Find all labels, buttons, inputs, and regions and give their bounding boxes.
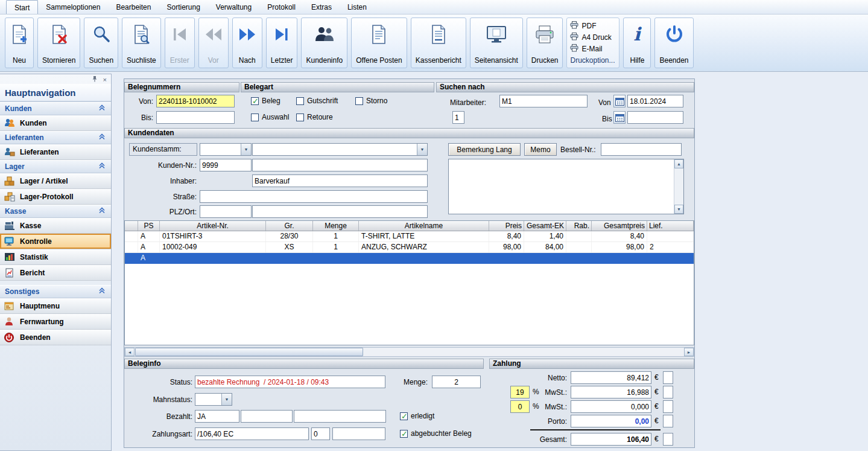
plz-input[interactable]	[200, 205, 252, 218]
sidebar-group-kasse[interactable]: Kasse	[0, 205, 111, 218]
table-empty-area[interactable]	[125, 264, 694, 345]
sidebar-item-lager-protokoll[interactable]: Lager-Protokoll	[0, 189, 111, 205]
mwst2-extra-box[interactable]	[663, 400, 673, 413]
memo-button[interactable]: Memo	[524, 143, 557, 156]
pin-icon[interactable]	[92, 75, 98, 83]
toolbar-button-pdf[interactable]: PDF	[570, 21, 616, 31]
toolbar-button-stornieren[interactable]: Stornieren	[37, 18, 80, 68]
ort-input[interactable]	[252, 205, 428, 218]
chevron-down-icon[interactable]: ▼	[417, 144, 427, 155]
menu-tab-sammeloptionen[interactable]: Sammeloptionen	[38, 0, 108, 14]
sidebar-item-kasse[interactable]: Kasse	[0, 218, 111, 234]
column-header-gesamtpreis[interactable]: Gesamtpreis	[592, 221, 647, 231]
scroll-left-button[interactable]: ◄	[125, 348, 135, 356]
sidebar-item-lieferanten[interactable]: Lieferanten	[0, 144, 111, 160]
mwst1-input[interactable]	[571, 386, 651, 398]
zahlungsart-input[interactable]	[195, 427, 309, 440]
toolbar-button-suchliste[interactable]: Suchliste	[122, 18, 161, 68]
memo-textarea[interactable]: ▲ ▼	[448, 159, 684, 214]
scroll-up-button[interactable]: ▲	[674, 159, 683, 168]
kundenstamm-combo-2[interactable]: ▼	[252, 143, 428, 156]
bemerkung-lang-button[interactable]: Bemerkung Lang	[448, 143, 521, 156]
sidebar-group-kunden[interactable]: Kunden	[0, 102, 111, 115]
column-header-gesamt-ek[interactable]: Gesamt-EK	[524, 221, 566, 231]
menu-tab-bearbeiten[interactable]: Bearbeiten	[108, 0, 159, 14]
column-header-menge[interactable]: Menge	[313, 221, 359, 231]
toolbar-button-a4-druck[interactable]: A4 Druck	[570, 32, 616, 42]
gesamt-input[interactable]	[571, 433, 651, 446]
chevron-down-icon[interactable]: ▼	[221, 394, 232, 405]
checkbox-erledigt[interactable]: erledigt	[400, 412, 434, 420]
table-horizontal-scrollbar[interactable]: ◄ ►	[124, 347, 694, 357]
toolbar-button-nach[interactable]: Nach	[232, 18, 262, 68]
toolbar-button-vor[interactable]: Vor	[198, 18, 229, 68]
checkbox-gutschrift[interactable]: Gutschrift	[296, 97, 338, 105]
memo-scrollbar[interactable]: ▲ ▼	[674, 159, 683, 214]
netto-extra-box[interactable]	[663, 371, 673, 384]
kundennr-zusatz-input[interactable]	[252, 159, 428, 171]
bezahlt-input[interactable]	[195, 410, 239, 423]
table-row[interactable]: A 10002-049 XS 1 ANZUG, SCHWARZ 98,00 84…	[125, 242, 694, 253]
gesamt-extra-box[interactable]	[663, 433, 673, 446]
mwst1-extra-box[interactable]	[663, 386, 673, 398]
sidebar-item-fernwartung[interactable]: Fernwartung	[0, 314, 111, 330]
porto-input[interactable]	[571, 415, 651, 427]
mitarbeiter-input[interactable]	[499, 95, 588, 107]
sidebar-item-lager-artikel[interactable]: Lager / Artikel	[0, 173, 111, 189]
column-header-artikelnr[interactable]: Artikel-Nr.	[160, 221, 266, 231]
bezahlt-feld2-input[interactable]	[241, 410, 293, 423]
scroll-track[interactable]	[135, 348, 684, 356]
toolbar-button-email[interactable]: E-Mail	[570, 43, 616, 54]
column-header-gr[interactable]: Gr.	[266, 221, 313, 231]
menu-tab-verwaltung[interactable]: Verwaltung	[208, 0, 259, 14]
toolbar-button-hilfe[interactable]: i Hilfe	[623, 18, 651, 68]
scroll-thumb[interactable]	[135, 348, 363, 356]
close-icon[interactable]: ×	[103, 76, 107, 83]
sidebar-group-lager[interactable]: Lager	[0, 160, 111, 173]
scroll-down-button[interactable]: ▼	[674, 205, 683, 214]
bestellnr-input[interactable]	[601, 143, 682, 156]
menu-tab-start[interactable]: Start	[6, 0, 38, 14]
sidebar-group-lieferanten[interactable]: Lieferanten	[0, 131, 111, 144]
calendar-button-von[interactable]	[613, 95, 626, 107]
mitarbeiter-nummer-input[interactable]	[452, 111, 464, 124]
status-input[interactable]	[195, 376, 385, 388]
belegnummer-von-input[interactable]	[156, 95, 235, 107]
sidebar-item-kontrolle[interactable]: Kontrolle	[0, 234, 111, 249]
menge-input[interactable]	[432, 376, 481, 388]
porto-extra-box[interactable]	[663, 415, 673, 427]
sidebar-item-bericht[interactable]: Bericht	[0, 265, 111, 281]
toolbar-button-offene-posten[interactable]: Offene Posten	[351, 18, 407, 68]
column-header-rab[interactable]: Rab.	[566, 221, 592, 231]
column-header-ps[interactable]: PS	[138, 221, 160, 231]
sidebar-item-statistik[interactable]: Statistik	[0, 249, 111, 265]
sidebar-item-beenden[interactable]: Beenden	[0, 330, 111, 345]
column-header-preis[interactable]: Preis	[489, 221, 524, 231]
netto-input[interactable]	[571, 371, 651, 384]
toolbar-button-seitenansicht[interactable]: Seitenansicht	[470, 18, 523, 68]
menu-tab-sortierung[interactable]: Sortierung	[159, 0, 207, 14]
strasse-input[interactable]	[200, 190, 428, 203]
sidebar-item-hauptmenu[interactable]: Hauptmenu	[0, 298, 111, 314]
bezahlt-feld3-input[interactable]	[294, 410, 386, 423]
scroll-right-button[interactable]: ►	[684, 348, 694, 356]
zahlungsart-feld2-input[interactable]	[311, 427, 330, 440]
inhaber-input[interactable]	[252, 174, 428, 187]
datum-bis-input[interactable]	[627, 111, 683, 124]
menu-tab-protokoll[interactable]: Protokoll	[259, 0, 303, 14]
sidebar-group-sonstiges[interactable]: Sonstiges	[0, 285, 111, 298]
mwst2-input[interactable]	[571, 400, 651, 413]
toolbar-button-suchen[interactable]: Suchen	[84, 18, 118, 68]
mwst1-satz-input[interactable]	[510, 386, 530, 398]
checkbox-beleg[interactable]: Beleg	[251, 97, 280, 105]
toolbar-button-drucken[interactable]: Drucken	[527, 18, 563, 68]
column-header-lief[interactable]: Lief.	[647, 221, 694, 231]
menu-tab-extras[interactable]: Extras	[303, 0, 340, 14]
kundennr-input[interactable]	[200, 159, 252, 171]
checkbox-auswahl[interactable]: Auswahl	[251, 113, 289, 121]
column-header-artikelname[interactable]: Artikelname	[359, 221, 489, 231]
checkbox-abgebuchter-beleg[interactable]: abgebuchter Beleg	[400, 429, 472, 438]
chevron-down-icon[interactable]: ▼	[241, 144, 251, 155]
toolbar-button-neu[interactable]: Neu	[5, 18, 34, 68]
toolbar-button-letzter[interactable]: Letzter	[266, 18, 298, 68]
